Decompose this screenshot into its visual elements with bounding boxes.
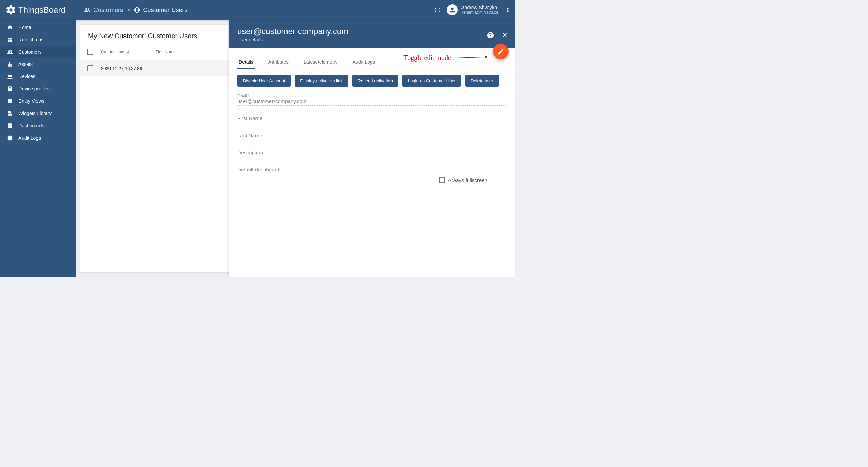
more-vert-icon[interactable] (504, 6, 511, 13)
description-label: Description (237, 149, 507, 156)
sidebar-item-device-prof[interactable]: Device profiles (0, 83, 76, 95)
breadcrumb-customer-users-label: Customer Users (143, 6, 188, 14)
tab-telemetry[interactable]: Latest telemetry (302, 56, 339, 69)
tab-audit[interactable]: Audit Logs (351, 56, 377, 69)
sidebar-item-label: Assets (18, 61, 33, 67)
login-as-button[interactable]: Login as Customer User (402, 75, 461, 87)
customer-users-card: My New Customer: Customer Users Created … (80, 25, 229, 272)
current-user[interactable]: Andrew Shvayka Tenant administrator (447, 4, 498, 15)
email-label: Email * (237, 94, 507, 98)
sidebar-item-assets[interactable]: Assets (0, 58, 76, 70)
always-fullscreen-label: Always fullscreen (448, 177, 487, 183)
app-brand: ThingsBoard (18, 5, 65, 15)
avatar-icon (447, 4, 458, 15)
dashboard-icon (6, 123, 14, 129)
details-panel: user@customer-company.com User details D… (229, 20, 515, 277)
sidebar-item-label: Rule chains (18, 37, 43, 42)
sidebar-item-label: Dashboards (18, 123, 44, 128)
audit-icon (6, 135, 14, 141)
rule-icon (6, 37, 14, 43)
sidebar-item-widgets[interactable]: Widgets Library (0, 107, 76, 119)
table-row[interactable]: 2020-11-27 16:27:39 (80, 60, 229, 76)
sidebar-item-audit-logs[interactable]: Audit Logs (0, 132, 76, 144)
details-tabs: Details Attributes Latest telemetry Audi… (229, 48, 515, 69)
header-right: Andrew Shvayka Tenant administrator (434, 4, 515, 15)
disable-user-button[interactable]: Disable User Account (237, 75, 291, 87)
tab-details[interactable]: Details (237, 56, 255, 69)
details-title: user@customer-company.com (237, 27, 507, 36)
people-icon (84, 6, 91, 13)
last-name-label: Last Name (237, 132, 507, 139)
svg-rect-0 (8, 86, 12, 91)
user-name: Andrew Shvayka (461, 5, 498, 10)
fullscreen-icon[interactable] (434, 6, 441, 13)
sidebar-item-label: Customers (18, 49, 42, 55)
device_profile-icon (6, 86, 14, 92)
app-header: ThingsBoard Customers > Customer Users A… (0, 0, 515, 20)
row-created: 2020-11-27 16:27:39 (101, 66, 156, 71)
col-first-name[interactable]: First Name (156, 49, 222, 54)
breadcrumb-customer-users[interactable]: Customer Users (134, 6, 188, 14)
sidebar-item-devices[interactable]: Devices (0, 70, 76, 83)
breadcrumb-separator: > (127, 6, 130, 14)
sidebar-item-home[interactable]: Home (0, 21, 76, 33)
breadcrumb-customers-label: Customers (93, 6, 123, 14)
details-header: user@customer-company.com User details (229, 20, 515, 48)
devices-icon (6, 73, 14, 80)
email-value: user@customer-company.com (237, 98, 507, 105)
sidebar-item-entity-views[interactable]: Entity Views (0, 95, 76, 107)
domain-icon (6, 61, 14, 67)
sidebar-item-label: Devices (18, 74, 35, 79)
app-logo-icon (5, 4, 16, 15)
display-link-button[interactable]: Display activation link (295, 75, 348, 87)
default-dashboard-label[interactable]: Default dashboard (237, 166, 425, 173)
people-icon (6, 49, 14, 55)
sidebar-item-label: Device profiles (18, 86, 50, 91)
svg-rect-1 (9, 87, 11, 88)
close-icon[interactable] (501, 31, 509, 39)
always-fullscreen-option[interactable]: Always fullscreen (439, 177, 507, 183)
home-icon (6, 24, 14, 30)
entity-icon (6, 98, 14, 104)
breadcrumb: Customers > Customer Users (84, 6, 188, 14)
details-subtitle: User details (237, 37, 507, 42)
sidebar: HomeRule chainsCustomersAssetsDevicesDev… (0, 20, 76, 277)
sidebar-item-label: Entity Views (18, 98, 44, 104)
col-created[interactable]: Created time (101, 49, 156, 54)
details-body: Disable User Account Display activation … (229, 69, 515, 277)
select-all-checkbox[interactable] (87, 49, 93, 55)
breadcrumb-customers[interactable]: Customers (84, 6, 123, 14)
sidebar-item-label: Home (18, 25, 31, 30)
sidebar-item-label: Audit Logs (18, 135, 41, 141)
account-circle-icon (134, 6, 141, 13)
delete-user-button[interactable]: Delete user (465, 75, 499, 87)
row-checkbox[interactable] (87, 65, 93, 71)
table-header: Created time First Name (80, 47, 229, 60)
logo-block[interactable]: ThingsBoard (0, 4, 76, 15)
sidebar-item-label: Widgets Library (18, 111, 52, 116)
card-title: My New Customer: Customer Users (80, 25, 229, 47)
help-icon[interactable] (487, 31, 494, 39)
sidebar-item-customers[interactable]: Customers (0, 46, 76, 58)
toggle-edit-fab[interactable] (493, 44, 509, 59)
widgets-icon (6, 110, 14, 116)
user-role: Tenant administrator (461, 10, 498, 15)
sidebar-item-rule-chains[interactable]: Rule chains (0, 33, 76, 46)
pencil-icon (497, 48, 504, 55)
always-fullscreen-checkbox[interactable] (439, 177, 445, 183)
arrow-down-icon (126, 49, 131, 54)
first-name-label: First Name (237, 115, 507, 122)
tab-attributes[interactable]: Attributes (267, 56, 290, 69)
col-created-label: Created time (101, 49, 124, 54)
resend-activation-button[interactable]: Resend activation (352, 75, 398, 87)
sidebar-item-dashboards[interactable]: Dashboards (0, 119, 76, 132)
